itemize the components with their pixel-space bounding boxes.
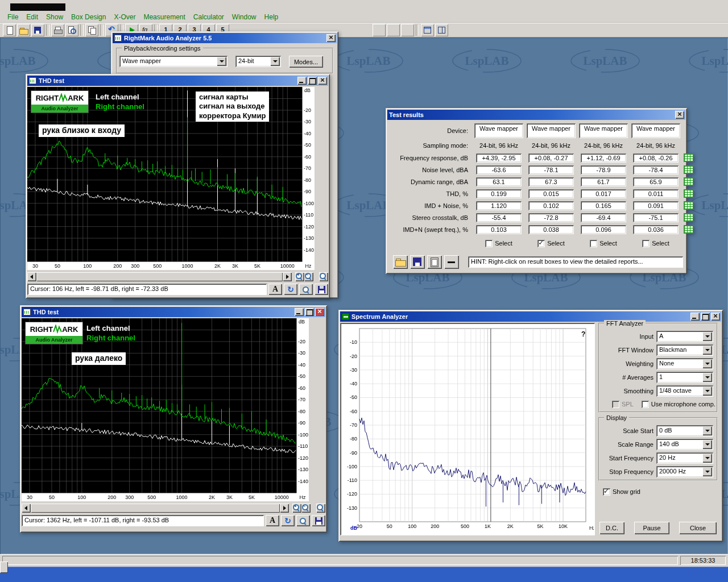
result-value[interactable]: -69.4 xyxy=(581,213,626,222)
detailed-report-button[interactable] xyxy=(684,153,693,162)
result-value[interactable]: 0.036 xyxy=(633,225,679,234)
select-checkbox[interactable] xyxy=(537,240,545,247)
result-value[interactable]: 0.199 xyxy=(476,189,522,198)
minimize-button[interactable] xyxy=(295,308,304,316)
detailed-report-button[interactable] xyxy=(684,201,693,210)
bit-depth-combo[interactable]: 24-bit xyxy=(235,56,281,67)
close-button[interactable] xyxy=(318,77,327,85)
open-results-button[interactable] xyxy=(393,255,408,269)
combo-arrow-button[interactable] xyxy=(702,440,712,449)
new-document-button[interactable] xyxy=(3,24,16,36)
maximize-button[interactable] xyxy=(701,313,710,321)
combo-arrow-button[interactable] xyxy=(702,332,712,341)
zoom-out-button[interactable]: − xyxy=(304,272,313,281)
print-preview-button[interactable] xyxy=(65,24,78,36)
result-value[interactable]: -72.8 xyxy=(528,213,574,222)
result-value[interactable]: -75.1 xyxy=(633,213,679,222)
combo-arrow-button[interactable] xyxy=(217,57,226,66)
thd-test-window-1[interactable]: THD test -20-30-40-50-60-70-80-90-100-11… xyxy=(26,74,330,298)
close-button[interactable] xyxy=(315,308,324,316)
result-value[interactable]: 0.091 xyxy=(633,201,679,210)
menu-window[interactable]: Window xyxy=(228,12,260,22)
combo-start-frequency[interactable]: 20 Hz xyxy=(656,452,713,464)
zoom-reset-button[interactable] xyxy=(319,272,328,281)
result-value[interactable]: 0.165 xyxy=(581,201,626,210)
playback-device-combo[interactable]: Wave mapper xyxy=(119,56,228,67)
result-value[interactable]: 0.015 xyxy=(528,189,574,198)
result-value[interactable]: 0.102 xyxy=(528,201,574,210)
menu-show[interactable]: Show xyxy=(42,12,67,22)
menu-box-design[interactable]: Box Design xyxy=(67,12,110,22)
result-value[interactable]: 0.103 xyxy=(476,225,522,234)
result-value[interactable]: 1.120 xyxy=(476,201,522,210)
detailed-report-button[interactable] xyxy=(684,225,693,234)
result-value[interactable]: 65.9 xyxy=(633,177,679,186)
select-checkbox[interactable] xyxy=(485,240,493,247)
menu-x-over[interactable]: X-Over xyxy=(110,12,139,22)
save-results-button[interactable] xyxy=(410,255,425,269)
device-value[interactable]: Wave mapper xyxy=(527,123,576,138)
save-chart-button[interactable] xyxy=(312,515,325,526)
menu-calculator[interactable]: Calculator xyxy=(189,12,228,22)
detailed-report-button[interactable] xyxy=(684,213,693,222)
select-checkbox[interactable] xyxy=(590,240,597,247)
detailed-report-button[interactable] xyxy=(684,177,693,186)
thd-test-window-2[interactable]: THD test -20-30-40-50-60-70-80-90-100-11… xyxy=(20,305,327,533)
close-button[interactable]: Close xyxy=(679,522,717,534)
font-button[interactable]: A xyxy=(266,515,279,526)
combo-scale-start[interactable]: 0 dB xyxy=(656,425,713,436)
thd2-chart-area[interactable]: -20-30-40-50-60-70-80-90-100-110-120-130… xyxy=(22,318,325,502)
result-value[interactable]: -78.4 xyxy=(633,165,679,174)
thd2-plot[interactable]: -20-30-40-50-60-70-80-90-100-110-120-130… xyxy=(22,318,309,501)
zoom-out-button[interactable]: − xyxy=(301,504,311,513)
zoom-in-button[interactable]: + xyxy=(292,504,301,513)
copy-results-button[interactable] xyxy=(427,255,442,269)
show-grid-checkbox[interactable] xyxy=(603,488,610,496)
save-chart-button[interactable] xyxy=(315,284,328,295)
scroll-left-button[interactable] xyxy=(22,504,31,513)
close-button[interactable] xyxy=(326,34,336,42)
result-value[interactable]: 0.038 xyxy=(528,225,574,234)
combo-arrow-button[interactable] xyxy=(702,346,712,355)
font-button[interactable]: A xyxy=(268,284,282,295)
spectrum-title-bar[interactable]: Spectrum Analyzer xyxy=(340,311,721,322)
refresh-button[interactable]: ↻ xyxy=(284,284,297,295)
layout-split-button[interactable] xyxy=(421,24,434,36)
scroll-left-button[interactable] xyxy=(27,272,36,281)
zoom-reset-button[interactable] xyxy=(316,504,325,513)
spectrum-plot[interactable]: -10-20-30-40-50-60-70-80-90-100-110-120-… xyxy=(341,324,594,534)
result-value[interactable]: -78.1 xyxy=(528,165,574,174)
combo-fft-window[interactable]: Blackman xyxy=(656,344,713,356)
tool-blank-3-button[interactable] xyxy=(401,24,414,36)
result-value[interactable]: -55.4 xyxy=(476,213,522,222)
combo-arrow-button[interactable] xyxy=(702,426,712,435)
detailed-report-button[interactable] xyxy=(684,189,693,198)
thd2-title-bar[interactable]: THD test xyxy=(22,307,325,317)
combo-arrow-button[interactable] xyxy=(270,57,280,66)
result-value[interactable]: -63.6 xyxy=(476,165,522,174)
result-value[interactable]: +1.12, -0.69 xyxy=(581,153,626,163)
results-title-bar[interactable]: Test results xyxy=(387,110,685,120)
spl-checkbox[interactable] xyxy=(612,401,619,408)
mic-comp-checkbox[interactable] xyxy=(642,401,649,408)
combo-smoothing[interactable]: 1/48 octave xyxy=(656,385,713,397)
modes-button[interactable]: Modes... xyxy=(289,56,323,68)
minimize-button[interactable] xyxy=(297,77,307,85)
dc-button[interactable]: D.C. xyxy=(599,522,624,534)
remove-results-button[interactable] xyxy=(444,255,459,269)
tool-blank-2-button[interactable] xyxy=(387,24,400,36)
device-value[interactable]: Wave mapper xyxy=(631,123,680,138)
scrollbar-track[interactable] xyxy=(36,272,283,281)
minimize-button[interactable] xyxy=(690,313,700,321)
thd1-title-bar[interactable]: THD test xyxy=(27,76,328,86)
tool-blank-1-button[interactable] xyxy=(373,24,386,36)
taskbar[interactable] xyxy=(0,567,728,582)
test-results-window[interactable]: Test results Device:Wave mapperWave mapp… xyxy=(386,108,687,274)
combo-arrow-button[interactable] xyxy=(702,359,712,368)
close-button[interactable] xyxy=(711,313,720,321)
result-value[interactable]: +0.08, -0.26 xyxy=(633,153,679,163)
combo-arrow-button[interactable] xyxy=(702,467,712,476)
result-value[interactable]: 63.1 xyxy=(476,177,522,186)
refresh-button[interactable]: ↻ xyxy=(281,515,295,526)
result-value[interactable]: 67.3 xyxy=(528,177,574,186)
